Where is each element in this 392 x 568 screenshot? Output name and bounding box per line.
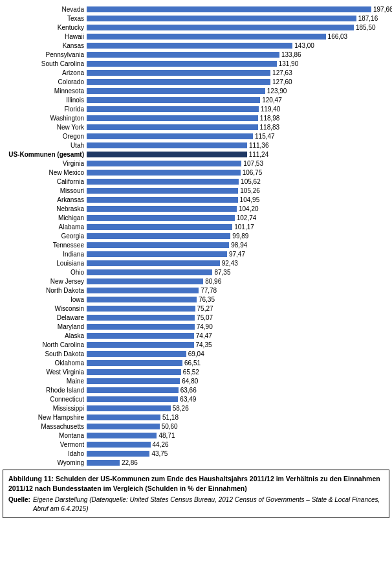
bar-row: Montana48,71 bbox=[3, 431, 389, 440]
bar-label: Indiana bbox=[3, 251, 87, 258]
bar-row: New Hampshire51,18 bbox=[3, 413, 389, 422]
bar-label: Virginia bbox=[3, 160, 87, 167]
bar-fill bbox=[87, 79, 270, 85]
bar-label: Vermont bbox=[3, 441, 87, 448]
bar-wrap: 106,75 bbox=[87, 169, 389, 176]
bar-label: Mississippi bbox=[3, 405, 87, 412]
bar-fill bbox=[87, 52, 279, 58]
bar-row: West Virginia65,52 bbox=[3, 368, 389, 376]
bar-wrap: 143,00 bbox=[87, 42, 389, 49]
source-label: Quelle: bbox=[8, 495, 30, 514]
bar-label: West Virginia bbox=[3, 369, 87, 376]
bar-label: Missouri bbox=[3, 187, 87, 194]
bar-label: Wyoming bbox=[3, 459, 87, 466]
bar-fill bbox=[87, 61, 277, 67]
bar-fill bbox=[87, 297, 197, 302]
bar-value: 166,03 bbox=[328, 33, 348, 40]
bar-fill bbox=[87, 442, 151, 448]
bar-fill bbox=[87, 288, 199, 293]
bar-fill bbox=[87, 170, 241, 176]
bar-wrap: 87,35 bbox=[87, 269, 389, 276]
bar-fill bbox=[87, 34, 326, 40]
bar-value: 123,90 bbox=[267, 87, 287, 95]
bar-fill bbox=[87, 460, 120, 466]
bar-label: Idaho bbox=[3, 450, 87, 457]
bar-row: Maryland74,90 bbox=[3, 323, 389, 331]
bar-label: Montana bbox=[3, 432, 87, 439]
bar-label: Louisiana bbox=[3, 260, 87, 267]
bar-wrap: 97,47 bbox=[87, 251, 389, 258]
bar-label: Wisconsin bbox=[3, 305, 87, 312]
bar-fill bbox=[87, 197, 238, 203]
bar-wrap: 74,90 bbox=[87, 323, 389, 330]
bar-wrap: 98,94 bbox=[87, 242, 389, 249]
bar-fill bbox=[87, 6, 371, 12]
bar-fill bbox=[87, 215, 235, 221]
bar-fill bbox=[87, 351, 186, 357]
bar-wrap: 99,89 bbox=[87, 233, 389, 240]
bar-value: 111,24 bbox=[249, 151, 269, 158]
bar-label: Nebraska bbox=[3, 205, 87, 212]
bar-fill bbox=[87, 115, 258, 121]
bar-label: Illinois bbox=[3, 97, 87, 104]
bar-value: 120,47 bbox=[262, 97, 282, 104]
bar-wrap: 187,16 bbox=[87, 15, 389, 22]
bar-label: New Hampshire bbox=[3, 414, 87, 421]
bar-wrap: 104,20 bbox=[87, 205, 389, 212]
bar-wrap: 118,83 bbox=[87, 124, 389, 131]
bar-fill bbox=[87, 269, 212, 275]
bar-wrap: 76,35 bbox=[87, 296, 389, 303]
bar-label: Alaska bbox=[3, 332, 87, 339]
bar-fill bbox=[87, 43, 292, 49]
bar-label: New York bbox=[3, 124, 87, 131]
bar-row: Missouri105,26 bbox=[3, 187, 389, 195]
bar-wrap: 92,43 bbox=[87, 260, 389, 267]
bar-row: Hawaii166,03 bbox=[3, 32, 389, 41]
bar-label: Kansas bbox=[3, 42, 87, 49]
bar-fill bbox=[87, 97, 260, 103]
caption-box: Abbildung 11: Schulden der US-Kommunen z… bbox=[3, 470, 389, 518]
bar-label: Pennsylvania bbox=[3, 51, 87, 58]
bar-fill bbox=[87, 451, 149, 457]
bar-fill bbox=[87, 306, 195, 312]
bar-fill bbox=[87, 278, 203, 284]
bar-fill bbox=[87, 324, 195, 330]
bar-label: Delaware bbox=[3, 314, 87, 321]
bar-row: Alabama101,17 bbox=[3, 223, 389, 231]
bar-row: Oregon115,47 bbox=[3, 132, 389, 141]
bar-row: Oklahoma66,51 bbox=[3, 359, 389, 367]
bar-label: South Dakota bbox=[3, 350, 87, 358]
bar-value: 48,71 bbox=[158, 432, 175, 439]
bar-value: 143,00 bbox=[294, 42, 314, 49]
bar-value: 92,43 bbox=[222, 260, 238, 267]
bar-label: Arkansas bbox=[3, 196, 87, 203]
bar-value: 106,75 bbox=[243, 169, 263, 176]
bar-fill bbox=[87, 133, 253, 139]
bar-value: 107,53 bbox=[243, 160, 263, 167]
bar-row: Louisiana92,43 bbox=[3, 259, 389, 267]
bar-wrap: 105,26 bbox=[87, 187, 389, 194]
bar-row: Illinois120,47 bbox=[3, 96, 389, 104]
bar-wrap: 80,96 bbox=[87, 278, 389, 285]
bar-value: 115,47 bbox=[255, 133, 275, 140]
bar-row: New York118,83 bbox=[3, 123, 389, 131]
bar-wrap: 58,26 bbox=[87, 405, 389, 412]
bar-row: North Dakota77,78 bbox=[3, 286, 389, 295]
bar-label: Ohio bbox=[3, 269, 87, 276]
bar-value: 187,16 bbox=[358, 15, 378, 22]
bar-wrap: 77,78 bbox=[87, 287, 389, 294]
bar-fill bbox=[87, 25, 354, 30]
bar-fill bbox=[87, 415, 160, 420]
bar-label: Georgia bbox=[3, 233, 87, 240]
bar-value: 87,35 bbox=[214, 269, 230, 276]
bar-value: 58,26 bbox=[173, 405, 189, 412]
bar-value: 65,52 bbox=[183, 369, 199, 376]
bar-fill bbox=[87, 315, 195, 321]
bar-row: Connecticut63,49 bbox=[3, 395, 389, 403]
bar-row: New Jersey80,96 bbox=[3, 277, 389, 286]
bar-label: New Jersey bbox=[3, 278, 87, 285]
bar-value: 97,47 bbox=[229, 251, 245, 258]
bar-value: 127,60 bbox=[272, 78, 292, 85]
bar-wrap: 50,60 bbox=[87, 423, 389, 430]
bar-wrap: 48,71 bbox=[87, 432, 389, 439]
